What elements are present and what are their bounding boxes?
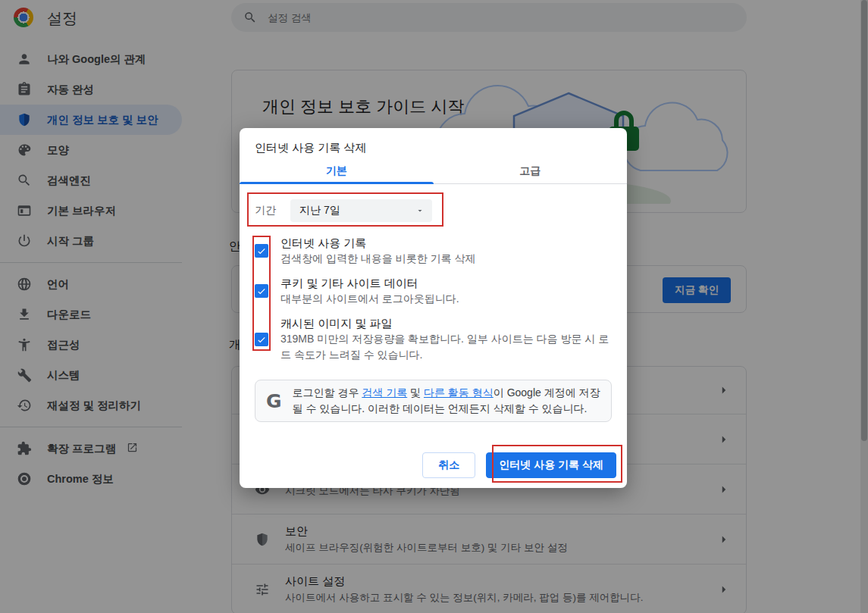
checkbox-title: 쿠키 및 기타 사이트 데이터 bbox=[280, 275, 459, 291]
checkbox-list: 인터넷 사용 기록 검색창에 입력한 내용을 비롯한 기록 삭제 쿠키 및 기타… bbox=[255, 235, 612, 363]
dialog-tabs: 기본 고급 bbox=[240, 160, 627, 184]
cached-files-checkbox[interactable] bbox=[255, 333, 268, 346]
clear-browsing-data-dialog: 인터넷 사용 기록 삭제 기본 고급 기간 지난 7일 인터넷 사용 기록 검색… bbox=[240, 128, 627, 488]
clear-data-button[interactable]: 인터넷 사용 기록 삭제 bbox=[486, 452, 616, 478]
checkmark-icon bbox=[256, 286, 267, 296]
time-range-row: 기간 지난 7일 bbox=[255, 194, 612, 227]
google-g-icon: G bbox=[266, 390, 282, 412]
checkbox-subtitle: 대부분의 사이트에서 로그아웃됩니다. bbox=[280, 291, 459, 307]
checkmark-icon bbox=[256, 246, 267, 256]
dialog-title: 인터넷 사용 기록 삭제 bbox=[240, 128, 627, 160]
active-tab-underline bbox=[240, 182, 434, 184]
notice-text: 로그인할 경우 검색 기록 및 다른 활동 형식이 Google 계정에 저장될… bbox=[293, 385, 600, 417]
checkbox-subtitle: 검색창에 입력한 내용을 비롯한 기록 삭제 bbox=[280, 251, 475, 267]
search-history-link[interactable]: 검색 기록 bbox=[362, 386, 407, 399]
dropdown-arrow-icon bbox=[415, 206, 425, 215]
tab-basic[interactable]: 기본 bbox=[240, 160, 434, 183]
browsing-history-checkbox[interactable] bbox=[255, 244, 268, 258]
checkbox-title: 인터넷 사용 기록 bbox=[280, 235, 475, 251]
checkmark-icon bbox=[256, 334, 267, 345]
dialog-actions: 취소 인터넷 사용 기록 삭제 bbox=[240, 452, 616, 478]
checkbox-title: 캐시된 이미지 및 파일 bbox=[280, 315, 612, 331]
time-range-label: 기간 bbox=[255, 204, 290, 217]
time-range-value: 지난 7일 bbox=[299, 204, 340, 217]
cookies-checkbox[interactable] bbox=[255, 284, 268, 298]
checkbox-row-browsing-history: 인터넷 사용 기록 검색창에 입력한 내용을 비롯한 기록 삭제 bbox=[255, 235, 612, 267]
other-activity-link[interactable]: 다른 활동 형식 bbox=[424, 386, 494, 399]
chrome-settings-window: 설정 나와 Google의 관계 자동 완성 개인 정보 보호 및 보안 모양 … bbox=[0, 0, 868, 613]
cancel-button[interactable]: 취소 bbox=[422, 452, 475, 478]
tab-advanced[interactable]: 고급 bbox=[434, 160, 628, 183]
checkbox-row-cookies: 쿠키 및 기타 사이트 데이터 대부분의 사이트에서 로그아웃됩니다. bbox=[255, 275, 612, 307]
google-account-notice: G 로그인할 경우 검색 기록 및 다른 활동 형식이 Google 계정에 저… bbox=[255, 380, 612, 422]
checkbox-subtitle: 319MB 미만의 저장용량을 확보합니다. 일부 사이트는 다음 방문 시 로… bbox=[280, 331, 612, 363]
time-range-dropdown[interactable]: 지난 7일 bbox=[290, 199, 432, 222]
checkbox-row-cached-files: 캐시된 이미지 및 파일 319MB 미만의 저장용량을 확보합니다. 일부 사… bbox=[255, 315, 612, 363]
